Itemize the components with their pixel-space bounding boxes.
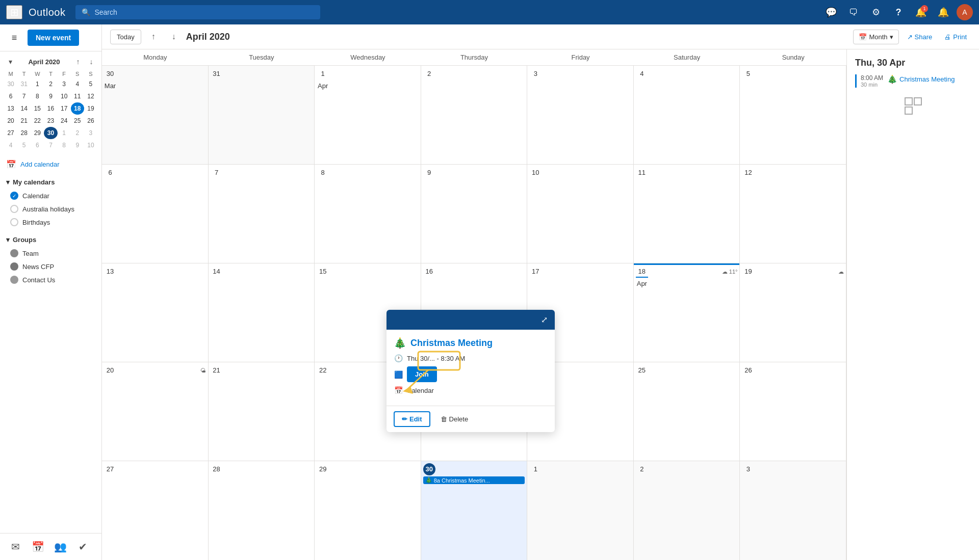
day-number[interactable]: 2	[636, 463, 648, 475]
calendar-day-20[interactable]: 20 🌤	[102, 362, 209, 461]
calendar-day-11[interactable]: 11	[634, 165, 740, 263]
prev-month-button[interactable]: ↑	[145, 29, 162, 45]
print-button[interactable]: 🖨 Print	[940, 30, 971, 44]
day-number[interactable]: 28	[211, 463, 223, 475]
calendar-day-10[interactable]: 10	[527, 165, 634, 263]
calendar-day-31-mar[interactable]: 31	[209, 66, 315, 164]
mini-cal-day[interactable]: 1	[31, 78, 44, 90]
day-number[interactable]: 13	[104, 265, 116, 278]
day-number[interactable]: 26	[742, 364, 754, 377]
search-input[interactable]	[94, 8, 314, 16]
calendar-day-9[interactable]: 9	[421, 165, 528, 263]
calendar-day-8[interactable]: 8	[315, 165, 421, 263]
day-number[interactable]: 17	[529, 265, 542, 278]
chat-button[interactable]: 🗨	[844, 3, 863, 21]
calendar-day-14[interactable]: 14	[209, 263, 315, 362]
calendar-day-13[interactable]: 13	[102, 263, 209, 362]
mini-cal-day[interactable]: 8	[31, 90, 44, 102]
user-avatar[interactable]: A	[957, 4, 973, 20]
mini-cal-day[interactable]: 23	[44, 115, 57, 127]
day-number[interactable]: 31	[211, 68, 223, 80]
day-number[interactable]: 9	[423, 167, 435, 179]
day-number-selected[interactable]: 30	[423, 463, 435, 475]
mini-calendar-collapse[interactable]: ▾	[4, 56, 16, 68]
calendar-day-1-may[interactable]: 1	[527, 461, 634, 560]
popup-edit-button[interactable]: ✏ Edit	[394, 411, 430, 427]
mail-nav-button[interactable]: ✉	[6, 538, 24, 556]
right-panel-event-title[interactable]: Christmas Meeting	[899, 75, 955, 83]
day-number[interactable]: 29	[317, 463, 329, 475]
day-number[interactable]: 21	[211, 364, 223, 377]
mini-cal-day[interactable]: 1	[58, 127, 71, 139]
mini-cal-day[interactable]: 16	[44, 102, 57, 115]
mini-cal-day[interactable]: 7	[17, 90, 31, 102]
mini-cal-day[interactable]: 12	[84, 90, 97, 102]
mini-cal-day[interactable]: 11	[71, 90, 84, 102]
day-number[interactable]: 22	[317, 364, 329, 377]
sidebar-item-calendar[interactable]: Calendar	[0, 189, 101, 202]
mini-calendar-month[interactable]: April 2020	[28, 58, 60, 66]
alert-button[interactable]: 🔔	[934, 3, 952, 21]
mini-calendar-prev[interactable]: ↑	[72, 56, 84, 68]
day-number[interactable]: 3	[529, 68, 542, 80]
next-month-button[interactable]: ↓	[166, 29, 182, 45]
mini-cal-day[interactable]: 7	[44, 139, 57, 151]
hamburger-button[interactable]: ≡	[6, 30, 22, 46]
sidebar-item-birthdays[interactable]: Birthdays	[0, 216, 101, 229]
mini-cal-day[interactable]: 26	[84, 115, 97, 127]
day-number[interactable]: 15	[317, 265, 329, 278]
mini-cal-day[interactable]: 4	[71, 78, 84, 90]
share-button[interactable]: ↗ Share	[903, 30, 937, 44]
calendar-day-19[interactable]: 19 ☁	[740, 263, 846, 362]
mini-cal-day[interactable]: 13	[4, 102, 17, 115]
day-number[interactable]: 27	[104, 463, 116, 475]
calendar-day-28[interactable]: 28	[209, 461, 315, 560]
my-calendars-header[interactable]: ▾ My calendars	[0, 175, 101, 189]
sidebar-item-contact-us[interactable]: Contact Us	[0, 273, 101, 286]
add-calendar-button[interactable]: 📅 Add calendar	[0, 155, 101, 173]
sidebar-item-team[interactable]: Team	[0, 247, 101, 260]
mini-cal-day[interactable]: 8	[58, 139, 71, 151]
mini-cal-day[interactable]: 30	[4, 78, 17, 90]
day-number[interactable]: 4	[636, 68, 648, 80]
mini-cal-day[interactable]: 15	[31, 102, 44, 115]
day-number[interactable]: 14	[211, 265, 223, 278]
mini-cal-day[interactable]: 14	[17, 102, 31, 115]
day-number[interactable]: 8	[317, 167, 329, 179]
mini-cal-day[interactable]: 20	[4, 115, 17, 127]
calendar-day-1-apr[interactable]: 1 Apr	[315, 66, 421, 164]
day-number[interactable]: 6	[104, 167, 116, 179]
popup-join-button[interactable]: Join	[407, 366, 437, 382]
day-number[interactable]: 30 Mar	[104, 68, 116, 80]
calendar-nav-button[interactable]: 📅	[29, 538, 47, 556]
calendar-day-18[interactable]: 18 Apr ☁ 11°	[634, 263, 740, 362]
day-number[interactable]: 2	[423, 68, 435, 80]
groups-header[interactable]: ▾ Groups	[0, 233, 101, 247]
mini-cal-day-today[interactable]: 18	[71, 102, 84, 115]
australia-holidays-checkbox[interactable]	[10, 205, 18, 213]
calendar-day-30[interactable]: 30 🎄 8a Christmas Meetin...	[421, 461, 528, 560]
help-button[interactable]: ?	[889, 3, 908, 21]
calendar-day-4-apr[interactable]: 4	[634, 66, 740, 164]
mini-cal-day[interactable]: 2	[71, 127, 84, 139]
mini-cal-day[interactable]: 21	[17, 115, 31, 127]
day-number[interactable]: 1 Apr	[317, 68, 329, 80]
day-number[interactable]: 10	[529, 167, 542, 179]
day-number[interactable]: 1	[529, 463, 542, 475]
calendar-day-3-apr[interactable]: 3	[527, 66, 634, 164]
mini-cal-day[interactable]: 17	[58, 102, 71, 115]
calendar-day-29[interactable]: 29	[315, 461, 421, 560]
day-number[interactable]: 12	[742, 167, 754, 179]
day-number[interactable]: 3	[742, 463, 754, 475]
day-number[interactable]: 11	[636, 167, 648, 179]
mini-cal-day[interactable]: 2	[44, 78, 57, 90]
sidebar-item-australia-holidays[interactable]: Australia holidays	[0, 202, 101, 216]
mini-cal-day[interactable]: 31	[17, 78, 31, 90]
feedback-button[interactable]: 💬	[822, 3, 840, 21]
calendar-day-6[interactable]: 6	[102, 165, 209, 263]
mini-cal-day[interactable]: 6	[31, 139, 44, 151]
month-view-button[interactable]: 📅 Month ▾	[853, 30, 898, 44]
sidebar-item-news-cfp[interactable]: News CFP	[0, 260, 101, 273]
birthdays-checkbox[interactable]	[10, 218, 18, 226]
calendar-day-25[interactable]: 25	[634, 362, 740, 461]
